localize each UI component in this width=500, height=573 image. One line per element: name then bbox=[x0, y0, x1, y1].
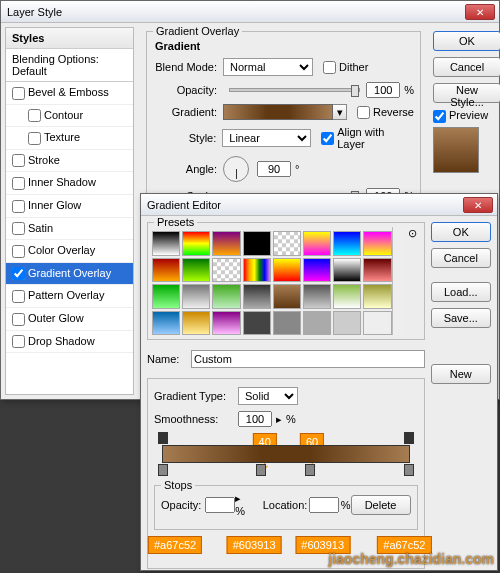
style-item-inner-glow[interactable]: Inner Glow bbox=[6, 195, 133, 218]
opacity-stop[interactable] bbox=[158, 432, 168, 444]
delete-stop-button[interactable]: Delete bbox=[351, 495, 411, 515]
preset-swatch[interactable] bbox=[273, 311, 301, 336]
preset-swatch[interactable] bbox=[152, 258, 180, 283]
style-item-color-overlay[interactable]: Color Overlay bbox=[6, 240, 133, 263]
gradient-swatch[interactable] bbox=[223, 104, 333, 120]
angle-value[interactable] bbox=[257, 161, 291, 177]
style-checkbox[interactable] bbox=[12, 222, 25, 235]
chevron-down-icon[interactable]: ▾ bbox=[333, 104, 347, 120]
stop-opacity-value[interactable] bbox=[205, 497, 235, 513]
color-stop[interactable] bbox=[158, 464, 168, 476]
preset-swatch[interactable] bbox=[333, 284, 361, 309]
preset-swatch[interactable] bbox=[273, 284, 301, 309]
preset-swatch[interactable] bbox=[363, 231, 391, 256]
style-item-outer-glow[interactable]: Outer Glow bbox=[6, 308, 133, 331]
preset-swatch[interactable] bbox=[152, 284, 180, 309]
ok-button[interactable]: OK bbox=[433, 31, 500, 51]
preset-swatch[interactable] bbox=[303, 311, 331, 336]
stops-label: Stops bbox=[161, 479, 195, 491]
style-item-satin[interactable]: Satin bbox=[6, 218, 133, 241]
ok-button[interactable]: OK bbox=[431, 222, 491, 242]
reverse-checkbox[interactable] bbox=[357, 106, 370, 119]
style-checkbox[interactable] bbox=[12, 290, 25, 303]
style-item-drop-shadow[interactable]: Drop Shadow bbox=[6, 331, 133, 354]
preset-swatch[interactable] bbox=[303, 231, 331, 256]
scrollbar[interactable] bbox=[392, 227, 406, 335]
load-button[interactable]: Load... bbox=[431, 282, 491, 302]
preset-swatch[interactable] bbox=[243, 231, 271, 256]
name-input[interactable] bbox=[191, 350, 425, 368]
preset-swatch[interactable] bbox=[212, 231, 240, 256]
preview-checkbox[interactable] bbox=[433, 110, 446, 123]
stop-location-value[interactable] bbox=[309, 497, 339, 513]
style-checkbox[interactable] bbox=[28, 132, 41, 145]
preset-swatch[interactable] bbox=[152, 231, 180, 256]
preset-swatch[interactable] bbox=[363, 284, 391, 309]
color-stop[interactable] bbox=[256, 464, 266, 476]
gradient-subheader: Gradient bbox=[155, 40, 414, 52]
preset-swatch[interactable] bbox=[243, 284, 271, 309]
angle-dial[interactable] bbox=[223, 156, 249, 182]
style-checkbox[interactable] bbox=[28, 109, 41, 122]
preset-swatch[interactable] bbox=[152, 311, 180, 336]
style-select[interactable]: Linear bbox=[222, 129, 311, 147]
cancel-button[interactable]: Cancel bbox=[433, 57, 500, 77]
style-checkbox[interactable] bbox=[12, 267, 25, 280]
preset-swatch[interactable] bbox=[243, 311, 271, 336]
preset-swatch[interactable] bbox=[333, 258, 361, 283]
opacity-value[interactable] bbox=[366, 82, 400, 98]
cancel-button[interactable]: Cancel bbox=[431, 248, 491, 268]
preset-swatch[interactable] bbox=[182, 231, 210, 256]
styles-header[interactable]: Styles bbox=[6, 28, 133, 49]
preset-swatch[interactable] bbox=[182, 311, 210, 336]
preset-swatch[interactable] bbox=[182, 258, 210, 283]
style-item-gradient-overlay[interactable]: Gradient Overlay bbox=[6, 263, 133, 286]
dither-checkbox[interactable] bbox=[323, 61, 336, 74]
style-item-label: Contour bbox=[44, 109, 83, 121]
preset-swatch[interactable] bbox=[363, 258, 391, 283]
color-stop[interactable] bbox=[305, 464, 315, 476]
preset-swatch[interactable] bbox=[243, 258, 271, 283]
style-checkbox[interactable] bbox=[12, 177, 25, 190]
style-checkbox[interactable] bbox=[12, 154, 25, 167]
gradient-editor-titlebar[interactable]: Gradient Editor ✕ bbox=[141, 194, 497, 216]
preset-swatch[interactable] bbox=[273, 258, 301, 283]
new-button[interactable]: New bbox=[431, 364, 491, 384]
style-item-bevel-emboss[interactable]: Bevel & Emboss bbox=[6, 82, 133, 105]
blending-options-item[interactable]: Blending Options: Default bbox=[6, 49, 133, 82]
new-style-button[interactable]: New Style... bbox=[433, 83, 500, 103]
preset-swatch[interactable] bbox=[333, 231, 361, 256]
style-item-inner-shadow[interactable]: Inner Shadow bbox=[6, 172, 133, 195]
preset-swatch[interactable] bbox=[212, 284, 240, 309]
style-item-stroke[interactable]: Stroke bbox=[6, 150, 133, 173]
smoothness-value[interactable] bbox=[238, 411, 272, 427]
gradient-track[interactable] bbox=[162, 445, 410, 463]
style-checkbox[interactable] bbox=[12, 335, 25, 348]
gradient-type-select[interactable]: Solid bbox=[238, 387, 298, 405]
preset-swatch[interactable] bbox=[212, 258, 240, 283]
opacity-slider[interactable] bbox=[229, 88, 360, 92]
save-button[interactable]: Save... bbox=[431, 308, 491, 328]
preset-swatch[interactable] bbox=[182, 284, 210, 309]
preset-swatch[interactable] bbox=[273, 231, 301, 256]
opacity-stop[interactable] bbox=[404, 432, 414, 444]
blend-mode-select[interactable]: Normal bbox=[223, 58, 313, 76]
preset-swatch[interactable] bbox=[363, 311, 391, 336]
style-item-texture[interactable]: Texture bbox=[6, 127, 133, 150]
style-checkbox[interactable] bbox=[12, 313, 25, 326]
style-checkbox[interactable] bbox=[12, 245, 25, 258]
preset-swatch[interactable] bbox=[333, 311, 361, 336]
style-checkbox[interactable] bbox=[12, 200, 25, 213]
style-checkbox[interactable] bbox=[12, 87, 25, 100]
preset-swatch[interactable] bbox=[303, 258, 331, 283]
layer-style-titlebar[interactable]: Layer Style ✕ bbox=[1, 1, 499, 23]
close-icon[interactable]: ✕ bbox=[465, 4, 495, 20]
presets-menu-icon[interactable]: ⊙ bbox=[406, 227, 420, 335]
preset-swatch[interactable] bbox=[212, 311, 240, 336]
preset-swatch[interactable] bbox=[303, 284, 331, 309]
align-checkbox[interactable] bbox=[321, 132, 334, 145]
close-icon[interactable]: ✕ bbox=[463, 197, 493, 213]
style-item-pattern-overlay[interactable]: Pattern Overlay bbox=[6, 285, 133, 308]
color-stop[interactable] bbox=[404, 464, 414, 476]
style-item-contour[interactable]: Contour bbox=[6, 105, 133, 128]
